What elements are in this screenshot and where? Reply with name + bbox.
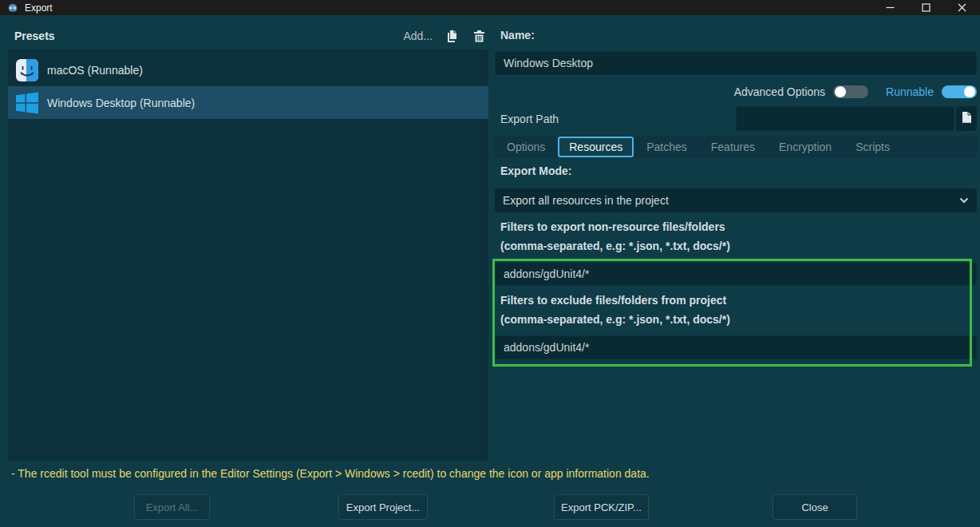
window-title: Export [25,2,53,14]
tab-resources[interactable]: Resources [558,137,634,157]
trash-icon [472,30,486,43]
name-input[interactable] [495,51,977,75]
include-filters-label: Filters to export non-resource files/fol… [500,220,725,233]
export-mode-dropdown[interactable]: Export all resources in the project [495,188,977,212]
export-path-browse-button[interactable] [956,106,977,131]
rcedit-warning-text: - The rcedit tool must be configured in … [11,467,969,480]
titlebar: Export [0,0,980,15]
windows-logo-icon [16,92,38,114]
minimize-button[interactable] [872,0,908,15]
include-filters-input[interactable] [495,262,977,286]
tab-scripts[interactable]: Scripts [844,137,901,157]
export-pck-zip-button[interactable]: Export PCK/ZIP... [554,494,649,520]
delete-preset-button[interactable] [471,28,487,44]
window-controls [872,0,980,15]
exclude-filters-label: Filters to exclude files/folders from pr… [500,294,726,307]
duplicate-preset-button[interactable] [444,28,460,44]
tab-features[interactable]: Features [700,137,766,157]
duplicate-icon [445,30,459,43]
macos-finder-icon [16,59,38,81]
maximize-button[interactable] [908,0,944,15]
tab-bar: Options Resources Patches Features Encry… [495,136,977,157]
add-preset-button[interactable]: Add... [403,30,433,42]
export-mode-label: Export Mode: [500,164,571,177]
toggle-knob [835,86,846,97]
preset-item-macos[interactable]: macOS (Runnable) [8,53,488,86]
preset-label: macOS (Runnable) [47,64,143,77]
presets-list: macOS (Runnable) Windows Desktop (Runnab… [8,50,488,461]
file-dialog-icon [961,112,973,125]
export-mode-value: Export all resources in the project [503,194,669,207]
name-label: Name: [500,29,535,42]
advanced-options-toggle[interactable] [833,85,868,98]
runnable-label: Runnable [886,85,934,98]
runnable-toggle[interactable] [942,85,977,98]
close-button[interactable] [944,0,980,15]
toggles-row: Advanced Options Runnable [495,82,977,101]
godot-logo-icon [7,2,18,14]
tab-options[interactable]: Options [496,137,556,157]
tab-encryption[interactable]: Encryption [768,137,843,157]
export-project-button[interactable]: Export Project... [338,494,428,520]
exclude-filters-input[interactable] [495,335,977,359]
export-all-button[interactable]: Export All... [134,494,210,520]
advanced-options-label: Advanced Options [734,85,825,98]
preset-label: Windows Desktop (Runnable) [47,97,195,109]
close-dialog-button[interactable]: Close [773,494,857,520]
preset-item-windows-desktop[interactable]: Windows Desktop (Runnable) [8,86,488,119]
include-filters-hint: (comma-separated, e.g: *.json, *.txt, do… [500,240,730,252]
export-dialog: Export Presets Add... [0,0,980,527]
chevron-down-icon [959,197,969,204]
presets-header: Presets Add... [8,22,488,50]
presets-title: Presets [14,30,55,42]
exclude-filters-hint: (comma-separated, e.g: *.json, *.txt, do… [500,313,730,326]
export-path-input[interactable] [736,106,954,131]
export-path-label: Export Path [500,113,559,125]
toggle-knob [964,86,975,97]
tab-patches[interactable]: Patches [635,137,698,157]
